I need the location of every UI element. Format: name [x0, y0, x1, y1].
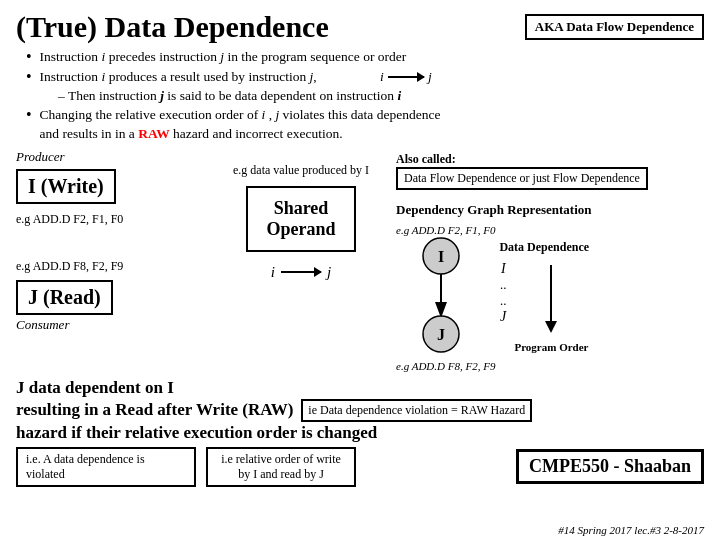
eg-data-value: e.g data value produced by I: [233, 163, 369, 178]
aka-label: AKA Data Flow Dependence: [525, 14, 704, 40]
eg1-label: e.g ADD.D F2, F1, F0: [16, 212, 216, 227]
indent-line: – Then instruction j is said to be data …: [58, 88, 704, 104]
bottom-line2: resulting in a Read after Write (RAW) ie…: [16, 399, 704, 422]
dep-graph-title: Dependency Graph Representation: [396, 202, 704, 218]
data-dep-label: Data Dependence: [499, 240, 589, 255]
arrow-ij: i j: [271, 264, 331, 281]
program-order-arrow: [541, 261, 561, 341]
dep-eg2: e.g ADD.D F8, F2, F9: [396, 360, 495, 372]
bottom-line3: hazard if their relative execution order…: [16, 423, 704, 443]
also-called-box: Data Flow Dependence or just Flow Depend…: [396, 167, 648, 190]
write-box: I (Write): [16, 169, 116, 204]
raw-line-text: resulting in a Read after Write (RAW): [16, 400, 293, 420]
footer-left-box: i.e. A data dependence is violated: [16, 447, 196, 487]
bottom-line1: J data dependent on I: [16, 378, 704, 398]
cmpe-box: CMPE550 - Shaaban: [516, 449, 704, 484]
consumer-label: Consumer: [16, 317, 216, 333]
svg-text:I: I: [438, 248, 444, 265]
raw-highlight-box: ie Data dependence violation = RAW Hazar…: [301, 399, 532, 422]
dep-graph: e.g ADD.D F2, F1, F0 I J: [396, 224, 704, 372]
bottom-footer: i.e. A data dependence is violated i.e r…: [16, 447, 704, 487]
program-order-label: Program Order: [514, 341, 588, 353]
read-box: J (Read): [16, 280, 113, 315]
bottom-section: J data dependent on I resulting in a Rea…: [16, 378, 704, 487]
svg-marker-6: [545, 321, 557, 333]
bullet-2: • Instruction i produces a result used b…: [26, 68, 704, 86]
dep-graph-svg: I J: [396, 236, 486, 356]
bullet-3: • Changing the relative execution order …: [26, 106, 704, 142]
eg2-label: e.g ADD.D F8, F2, F9: [16, 259, 216, 274]
page-title: (True) Data Dependence: [16, 10, 329, 44]
footer-middle-box: i.e relative order of write by I and rea…: [206, 447, 356, 487]
producer-label: Producer: [16, 149, 216, 165]
also-called-label: Also called:: [396, 152, 456, 166]
footnote: #14 Spring 2017 lec.#3 2-8-2017: [558, 524, 704, 536]
program-order-col: I .. .. J: [500, 261, 507, 325]
bullet-1: • Instruction i precedes instruction j i…: [26, 48, 704, 66]
dep-eg1: e.g ADD.D F2, F1, F0: [396, 224, 495, 236]
shared-operand-box: SharedOperand: [246, 186, 355, 252]
svg-text:J: J: [437, 326, 445, 343]
